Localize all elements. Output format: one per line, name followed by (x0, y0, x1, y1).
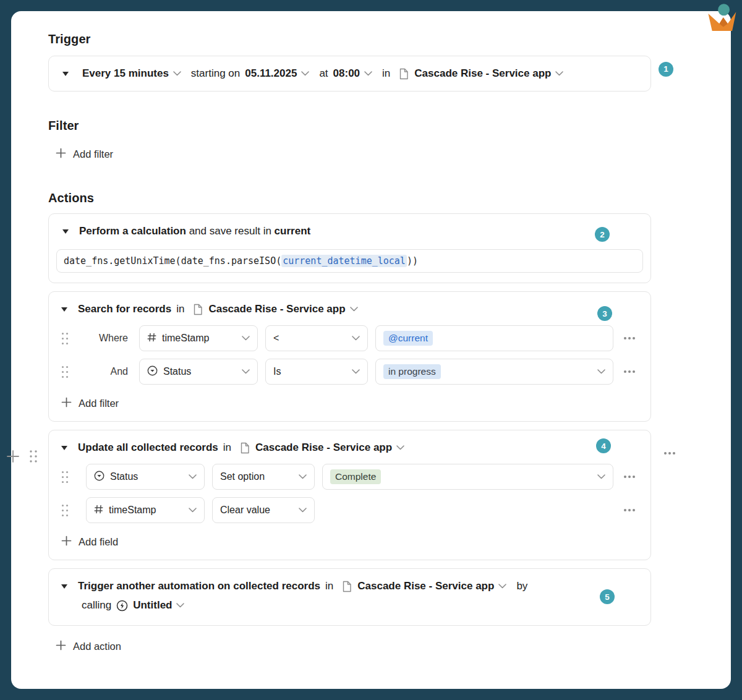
filter-section-heading: Filter (48, 119, 694, 133)
add-field-button[interactable]: Add field (61, 536, 118, 548)
card-menu-button[interactable] (664, 452, 667, 455)
operation-select-value: Set option (220, 471, 265, 482)
ellipsis-icon (624, 337, 626, 339)
in-label: in (176, 303, 184, 315)
add-filter-button[interactable]: Add filter (56, 148, 113, 161)
step-number-badge: 5 (600, 589, 615, 604)
action-title: Perform a calculation (79, 225, 186, 237)
chevron-down-icon (189, 474, 197, 479)
field-update-row: Status Set option Complete (61, 464, 638, 490)
filter-row: And Status Is in progress (61, 359, 638, 385)
field-select-value: timeStamp (162, 333, 209, 344)
value-select[interactable]: in progress (375, 359, 613, 385)
operator-select-value: < (273, 333, 279, 344)
trigger-date-dropdown[interactable]: 05.11.2025 (245, 67, 297, 80)
action-card-update: 4 Update all collected records in Cascad… (48, 430, 651, 560)
drag-handle-icon[interactable] (61, 471, 69, 483)
action-app-dropdown[interactable]: Cascade Rise - Service app (208, 303, 345, 315)
add-filter-button[interactable]: Add filter (61, 397, 119, 410)
in-label: in (325, 580, 333, 592)
card-drag-handle-icon[interactable] (29, 450, 38, 467)
field-select-value: Status (110, 471, 138, 482)
chevron-down-icon (352, 336, 360, 341)
chevron-down-icon[interactable] (350, 307, 358, 312)
connector-label: Where (76, 333, 128, 344)
calling-label: calling (82, 599, 111, 612)
collapse-triangle-icon[interactable] (62, 229, 69, 234)
chevron-down-icon[interactable] (396, 445, 404, 450)
row-menu-button[interactable] (621, 337, 638, 339)
by-label: by (516, 580, 527, 592)
step-number-badge: 3 (597, 306, 612, 321)
at-label: at (319, 67, 328, 80)
action-card-trigger-automation: 5 Trigger another automation on collecte… (48, 568, 651, 626)
chevron-down-icon[interactable] (176, 603, 184, 608)
value-input[interactable]: @current (375, 325, 613, 351)
value-select[interactable]: Complete (322, 464, 613, 490)
chevron-down-icon (242, 336, 250, 341)
ellipsis-icon (624, 476, 626, 478)
automation-name-dropdown[interactable]: Untitled (133, 599, 172, 612)
action-title: Update all collected records (78, 442, 218, 454)
insert-action-button[interactable] (6, 450, 20, 466)
row-menu-button[interactable] (621, 509, 638, 511)
operation-select[interactable]: Set option (212, 464, 315, 490)
result-variable-name: current (275, 225, 311, 237)
operation-select[interactable]: Clear value (212, 497, 315, 523)
plus-icon (61, 536, 72, 548)
add-filter-label: Add filter (73, 148, 113, 160)
trigger-summary-row[interactable]: Every 15 minutes starting on 05.11.2025 … (48, 56, 651, 92)
connector-label: And (76, 366, 128, 377)
step-number-badge: 2 (595, 227, 610, 242)
row-menu-button[interactable] (621, 370, 638, 373)
value-token[interactable]: @current (383, 331, 433, 346)
operation-select-value: Clear value (220, 505, 270, 516)
value-chip[interactable]: Complete (330, 469, 381, 484)
formula-variable-token[interactable]: current_datetime_local (281, 255, 407, 267)
action-card-search: 3 Search for records in Cascade Rise - S… (48, 291, 651, 422)
add-action-button[interactable]: Add action (56, 640, 121, 653)
formula-input[interactable]: date_fns.getUnixTime(date_fns.parseISO(c… (56, 249, 643, 273)
operator-select[interactable]: Is (265, 359, 368, 385)
operator-select-value: Is (273, 366, 281, 377)
chevron-down-icon (597, 474, 605, 479)
chevron-down-icon[interactable] (364, 71, 372, 76)
plus-icon (61, 397, 72, 410)
ellipsis-icon (664, 452, 667, 455)
app-document-icon (342, 581, 352, 592)
drag-handle-icon[interactable] (61, 504, 69, 516)
filter-row: Where timeStamp < @current (61, 325, 638, 351)
add-action-label: Add action (73, 641, 121, 652)
operator-select[interactable]: < (265, 325, 368, 351)
chevron-down-icon[interactable] (301, 71, 309, 76)
action-app-dropdown[interactable]: Cascade Rise - Service app (357, 580, 494, 592)
ellipsis-icon (624, 370, 626, 373)
chevron-down-icon[interactable] (555, 71, 563, 76)
field-select[interactable]: timeStamp (139, 325, 258, 351)
collapse-triangle-icon[interactable] (62, 72, 69, 76)
add-field-label: Add field (79, 536, 118, 548)
row-menu-button[interactable] (621, 476, 638, 478)
value-chip[interactable]: in progress (383, 364, 441, 379)
trigger-section-heading: Trigger (48, 32, 694, 46)
chevron-down-icon[interactable] (173, 71, 181, 76)
collapse-triangle-icon[interactable] (61, 446, 67, 450)
action-title: Trigger another automation on collected … (78, 580, 320, 592)
in-label: in (382, 67, 390, 80)
trigger-interval-dropdown[interactable]: Every 15 minutes (82, 67, 169, 80)
action-app-dropdown[interactable]: Cascade Rise - Service app (255, 442, 392, 454)
trigger-app-dropdown[interactable]: Cascade Rise - Service app (414, 67, 551, 80)
chevron-down-icon[interactable] (498, 584, 506, 589)
trigger-time-dropdown[interactable]: 08:00 (333, 67, 360, 80)
number-field-icon (147, 333, 156, 344)
collapse-triangle-icon[interactable] (61, 307, 67, 312)
app-document-icon (399, 68, 409, 80)
single-select-field-icon (94, 471, 104, 484)
collapse-triangle-icon[interactable] (61, 584, 67, 589)
field-select[interactable]: timeStamp (86, 497, 205, 523)
drag-handle-icon[interactable] (61, 332, 69, 344)
field-select[interactable]: Status (86, 464, 205, 490)
field-select[interactable]: Status (139, 359, 258, 385)
action-title: Search for records (78, 303, 171, 315)
drag-handle-icon[interactable] (61, 365, 69, 378)
